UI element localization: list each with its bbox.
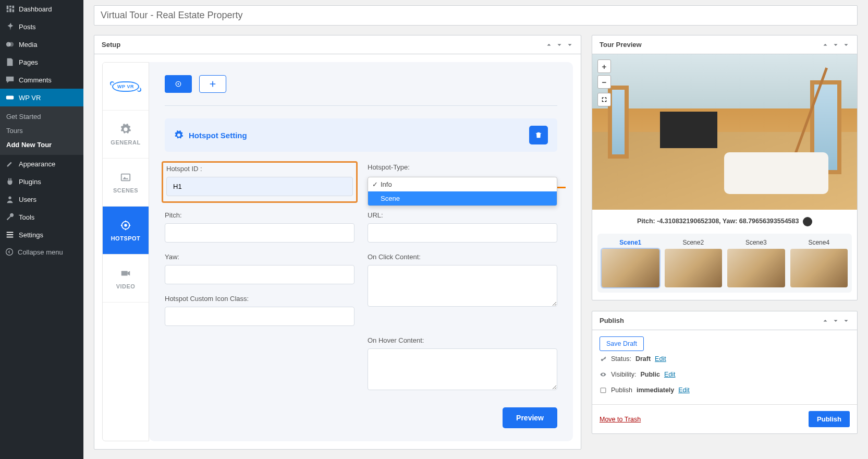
sidebar-item-label: WP VR — [19, 94, 41, 102]
tab-label: HOTSPOT — [111, 235, 141, 241]
trash-icon — [534, 131, 543, 139]
edit-visibility-link[interactable]: Edit — [664, 371, 676, 378]
hotspot-type-dropdown[interactable]: Info Scene — [368, 177, 557, 206]
sidebar-item-plugins[interactable]: Plugins — [0, 173, 83, 190]
tab-logo: WP VR — [103, 63, 149, 111]
sidebar-item-label: Tools — [19, 213, 34, 221]
sidebar-item-settings[interactable]: Settings — [0, 226, 83, 244]
sidebar-item-dashboard[interactable]: Dashboard — [0, 0, 83, 18]
svg-point-10 — [178, 83, 179, 85]
sidebar-item-media[interactable]: Media — [0, 35, 83, 53]
sidebar-item-label: Users — [19, 196, 36, 203]
hotspot-active-tab[interactable] — [165, 75, 192, 93]
zoom-out-button[interactable]: − — [597, 75, 611, 89]
sidebar-item-wpvr[interactable]: WP VR — [0, 89, 83, 106]
wrench-icon — [5, 212, 15, 222]
scene-thumb-3[interactable]: Scene3 — [727, 239, 785, 287]
edit-schedule-link[interactable]: Edit — [678, 386, 690, 394]
svg-rect-8 — [121, 271, 128, 275]
tab-scenes[interactable]: SCENES — [103, 159, 149, 207]
dropdown-option-scene[interactable]: Scene — [368, 191, 557, 206]
hover-content-label: On Hover Content: — [368, 336, 557, 344]
hotspot-id-label: Hotspot ID : — [166, 165, 353, 173]
tab-label: SCENES — [113, 187, 138, 194]
sidebar-item-label: Plugins — [19, 178, 41, 186]
sidebar-item-users[interactable]: Users — [0, 190, 83, 208]
page-icon — [5, 57, 15, 67]
url-label: URL: — [368, 211, 557, 219]
sidebar-item-label: Dashboard — [19, 5, 52, 13]
chevron-down-icon[interactable] — [556, 41, 563, 49]
scene-thumb-1[interactable]: Scene1 — [602, 239, 659, 287]
chevron-up-icon[interactable] — [545, 41, 553, 49]
submenu-add-new-tour[interactable]: Add New Tour — [0, 138, 83, 152]
sidebar-item-posts[interactable]: Posts — [0, 18, 83, 35]
caret-toggle-icon[interactable] — [842, 317, 850, 324]
comment-icon — [5, 75, 15, 84]
sidebar-item-pages[interactable]: Pages — [0, 53, 83, 71]
sidebar-item-label: Comments — [19, 76, 52, 84]
collapse-menu[interactable]: Collapse menu — [0, 244, 83, 260]
tab-hotspot[interactable]: HOTSPOT — [103, 207, 149, 255]
sidebar-item-label: Posts — [19, 23, 36, 31]
sidebar-item-tools[interactable]: Tools — [0, 208, 83, 226]
user-icon — [5, 195, 15, 204]
edit-status-link[interactable]: Edit — [655, 355, 666, 363]
dropdown-option-info[interactable]: Info — [368, 177, 557, 191]
submenu-tours[interactable]: Tours — [0, 124, 83, 138]
page-title-input[interactable]: Virtual Tour - Real Estate Property — [94, 5, 858, 26]
chevron-up-icon[interactable] — [822, 317, 829, 324]
preview-button[interactable]: Preview — [503, 407, 557, 428]
gear-icon — [174, 130, 184, 140]
caret-toggle-icon[interactable] — [566, 41, 573, 49]
url-input[interactable] — [368, 223, 557, 243]
fullscreen-button[interactable] — [597, 93, 611, 106]
vertical-tabs: WP VR GENERAL SCENES — [102, 62, 149, 441]
submenu-get-started[interactable]: Get Started — [0, 110, 83, 124]
collapse-label: Collapse menu — [18, 248, 63, 256]
status-row: Status: Draft Edit — [600, 351, 850, 367]
svg-rect-5 — [121, 174, 130, 180]
plus-icon — [209, 80, 217, 88]
publish-button[interactable]: Publish — [809, 411, 850, 427]
svg-point-7 — [124, 224, 127, 227]
dashboard-icon — [5, 4, 15, 14]
click-content-input[interactable] — [368, 265, 557, 307]
chevron-down-icon[interactable] — [832, 41, 839, 49]
scene-thumb-2[interactable]: Scene2 — [665, 239, 723, 287]
setup-panel-header: Setup — [94, 35, 581, 54]
image-icon — [120, 172, 131, 183]
panel-title: Tour Preview — [600, 41, 642, 49]
sidebar-item-comments[interactable]: Comments — [0, 71, 83, 89]
tab-label: VIDEO — [116, 283, 136, 289]
sidebar-item-appearance[interactable]: Appearance — [0, 155, 83, 173]
zoom-in-button[interactable]: + — [597, 59, 611, 73]
save-draft-button[interactable]: Save Draft — [600, 336, 644, 351]
yaw-input[interactable] — [165, 265, 354, 284]
move-to-trash-link[interactable]: Move to Trash — [600, 416, 641, 423]
sliders-icon — [5, 230, 15, 239]
hotspot-add-tab[interactable] — [199, 75, 226, 93]
tab-general[interactable]: GENERAL — [103, 111, 149, 159]
delete-hotspot-button[interactable] — [529, 126, 548, 144]
caret-toggle-icon[interactable] — [842, 41, 850, 49]
icon-class-input[interactable] — [165, 307, 354, 326]
tab-video[interactable]: VIDEO — [103, 255, 149, 303]
hotspot-id-input[interactable] — [166, 177, 353, 196]
publish-panel-header: Publish — [592, 311, 857, 330]
scene-thumb-4[interactable]: Scene4 — [790, 239, 848, 287]
hover-content-input[interactable] — [368, 348, 557, 390]
panorama-viewer[interactable]: + − — [592, 54, 857, 210]
dot-target-icon — [174, 80, 182, 88]
hotspot-heading: Hotspot Setting — [189, 131, 247, 140]
download-icon — [805, 219, 810, 224]
svg-point-3 — [8, 197, 11, 199]
hotspot-id-highlight: Hotspot ID : — [162, 161, 358, 203]
sidebar-item-label: Appearance — [19, 160, 55, 168]
download-coords-button[interactable] — [803, 217, 812, 226]
hotspot-setting-header: Hotspot Setting — [165, 118, 557, 152]
wpvr-logo-icon: WP VR — [112, 81, 139, 92]
chevron-down-icon[interactable] — [832, 317, 839, 324]
chevron-up-icon[interactable] — [822, 41, 829, 49]
pitch-input[interactable] — [165, 223, 354, 243]
